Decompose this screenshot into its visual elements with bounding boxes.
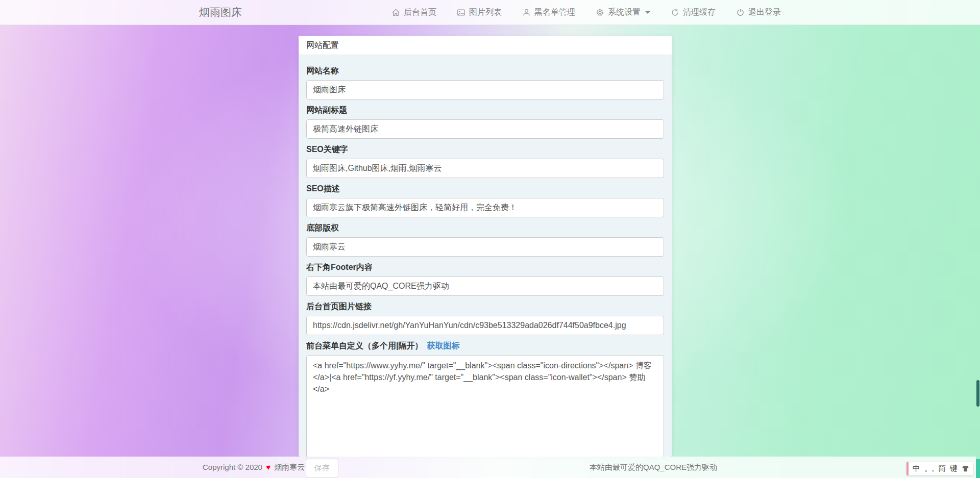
user-icon <box>522 8 531 17</box>
copyright-name: 烟雨寒云 <box>274 463 305 471</box>
panel-title: 网站配置 <box>299 36 672 55</box>
scrollbar-corner <box>976 459 980 478</box>
nav-item-label: 系统设置 <box>608 7 641 18</box>
footer: Copyright © 2020 ♥ 烟雨寒云 保存 本站由最可爱的QAQ_CO… <box>0 457 976 478</box>
seo-keywords-input[interactable] <box>306 159 664 178</box>
field-label: 网站副标题 <box>306 105 664 116</box>
ime-simplified-toggle[interactable]: 简 <box>938 464 946 473</box>
ime-toolbar[interactable]: 中 。, 简 键 <box>906 462 973 475</box>
top-navbar: 烟雨图床 后台首页 图片列表 <box>0 0 980 25</box>
gear-icon <box>596 8 604 17</box>
ime-punctuation-toggle[interactable]: 。, <box>924 464 934 473</box>
frontend-menu-textarea[interactable]: <a href="https://www.yyhy.me/" target="_… <box>306 355 664 457</box>
nav-item-label: 退出登录 <box>748 7 781 18</box>
field-label: 前台菜单自定义（多个用|隔开） <box>306 341 423 350</box>
brand[interactable]: 烟雨图床 <box>199 5 242 19</box>
powered-by-text: 本站由最可爱的QAQ_CORE强力驱动 <box>590 457 717 478</box>
scrollbar-thumb[interactable] <box>976 380 979 407</box>
heart-icon: ♥ <box>266 463 271 471</box>
form-group-footer-right-content: 右下角Footer内容 <box>306 262 664 296</box>
chevron-down-icon <box>645 11 650 14</box>
home-icon <box>391 8 400 17</box>
footer-right-content-input[interactable] <box>306 276 664 296</box>
form-group-frontend-menu: 前台菜单自定义（多个用|隔开）获取图标 <a href="https://www… <box>306 341 664 457</box>
field-label: 后台首页图片链接 <box>306 301 664 312</box>
get-icons-link[interactable]: 获取图标 <box>427 341 459 350</box>
scrollbar[interactable] <box>976 0 980 478</box>
nav-item-logout[interactable]: 退出登录 <box>736 7 781 18</box>
nav-item-admin-home[interactable]: 后台首页 <box>391 7 436 18</box>
site-config-form: 网站名称 网站副标题 SEO关键字 SEO描述 底部版权 右下角Footer内容 <box>299 55 672 457</box>
field-label: SEO关键字 <box>306 144 664 155</box>
site-name-input[interactable] <box>306 80 664 99</box>
skin-shirt-icon[interactable] <box>962 465 969 472</box>
admin-home-image-url-input[interactable] <box>306 316 664 335</box>
form-group-site-subtitle: 网站副标题 <box>306 105 664 139</box>
nav-item-blacklist[interactable]: 黑名单管理 <box>522 7 575 18</box>
nav-item-label: 后台首页 <box>404 7 436 18</box>
site-config-panel: 网站配置 网站名称 网站副标题 SEO关键字 SEO描述 底部版权 <box>299 36 672 457</box>
image-icon <box>457 8 465 17</box>
ime-keyboard-toggle[interactable]: 键 <box>950 464 958 473</box>
form-group-site-name: 网站名称 <box>306 66 664 99</box>
site-subtitle-input[interactable] <box>306 119 664 139</box>
field-label: 网站名称 <box>306 66 664 77</box>
seo-description-input[interactable] <box>306 198 664 217</box>
ime-lang-toggle[interactable]: 中 <box>913 464 920 473</box>
nav-item-clear-cache[interactable]: 清理缓存 <box>671 7 716 18</box>
form-group-footer-copyright: 底部版权 <box>306 223 664 257</box>
save-button[interactable]: 保存 <box>306 459 338 477</box>
nav-item-label: 图片列表 <box>469 7 502 18</box>
form-group-seo-keywords: SEO关键字 <box>306 144 664 178</box>
form-group-admin-home-image: 后台首页图片链接 <box>306 301 664 335</box>
nav-item-label: 黑名单管理 <box>534 7 575 18</box>
field-label: 右下角Footer内容 <box>306 262 664 273</box>
copyright-prefix: Copyright © 2020 <box>203 463 262 471</box>
footer-copyright-input[interactable] <box>306 237 664 257</box>
form-group-seo-description: SEO描述 <box>306 184 664 217</box>
nav-item-label: 清理缓存 <box>683 7 716 18</box>
nav-item-system-settings[interactable]: 系统设置 <box>596 7 650 18</box>
field-label: 底部版权 <box>306 223 664 234</box>
refresh-icon <box>671 8 679 17</box>
nav-item-image-list[interactable]: 图片列表 <box>457 7 502 18</box>
nav-links: 后台首页 图片列表 黑名单管理 <box>391 7 781 18</box>
field-label: SEO描述 <box>306 184 664 194</box>
power-icon <box>736 8 745 17</box>
copyright-text: Copyright © 2020 ♥ 烟雨寒云 <box>203 457 305 478</box>
